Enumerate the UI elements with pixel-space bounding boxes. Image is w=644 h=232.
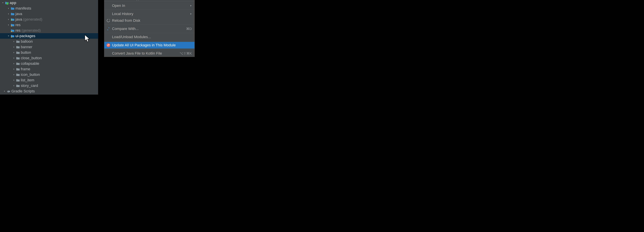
chevron-right-icon bbox=[190, 3, 192, 8]
tree-node-collapsable[interactable]: collapsable bbox=[0, 61, 98, 66]
folder-icon bbox=[16, 62, 20, 65]
tree-label: close_button bbox=[21, 56, 42, 60]
chevron-right-icon[interactable] bbox=[12, 52, 16, 54]
tree-node-ui-packages[interactable]: ui-packages bbox=[0, 33, 98, 39]
menu-label: Override File Type bbox=[112, 0, 142, 1]
svg-point-0 bbox=[6, 2, 8, 4]
menu-label: Reload from Disk bbox=[112, 18, 140, 23]
menu-item-open-in[interactable]: Open In bbox=[104, 2, 194, 9]
menu-item-compare-with[interactable]: Compare With... ⌘D bbox=[104, 25, 194, 32]
folder-icon bbox=[16, 79, 20, 82]
chevron-down-icon[interactable] bbox=[7, 35, 10, 37]
project-tree-panel: app manifests java java (generated) bbox=[0, 0, 98, 95]
folder-icon bbox=[16, 68, 20, 71]
tree-label-suffix: (generated) bbox=[23, 17, 42, 22]
folder-icon bbox=[16, 84, 20, 87]
chevron-right-icon[interactable] bbox=[12, 85, 16, 87]
resource-folder-icon bbox=[11, 34, 14, 37]
menu-separator bbox=[104, 1, 194, 2]
context-menu: Override File Type Open In Local History… bbox=[104, 0, 195, 57]
tree-label: app bbox=[10, 1, 16, 5]
tree-label: button bbox=[21, 50, 31, 55]
chevron-right-icon[interactable] bbox=[7, 7, 10, 9]
tree-node-java[interactable]: java bbox=[0, 11, 98, 16]
chevron-down-icon[interactable] bbox=[1, 2, 4, 4]
tree-node-button[interactable]: button bbox=[0, 50, 98, 55]
tree-label: story_card bbox=[21, 84, 38, 88]
chevron-right-icon[interactable] bbox=[7, 13, 10, 15]
menu-shortcut: ⌥⇧⌘K bbox=[180, 51, 192, 55]
menu-separator bbox=[104, 10, 194, 10]
menu-item-override-file-type[interactable]: Override File Type bbox=[104, 0, 194, 1]
svg-point-6 bbox=[106, 43, 110, 47]
chevron-right-icon[interactable] bbox=[12, 40, 16, 42]
tree-label: res bbox=[16, 23, 20, 27]
menu-label: Open In bbox=[112, 3, 125, 8]
folder-icon bbox=[16, 46, 20, 49]
tree-node-res[interactable]: res bbox=[0, 22, 98, 28]
menu-label: Compare With... bbox=[112, 27, 139, 31]
menu-item-reload-from-disk[interactable]: Reload from Disk bbox=[104, 17, 194, 24]
chevron-right-icon[interactable] bbox=[12, 68, 16, 70]
reload-icon bbox=[106, 18, 110, 23]
folder-icon bbox=[16, 40, 20, 43]
menu-label: Local History bbox=[112, 12, 133, 16]
chevron-right-icon[interactable] bbox=[12, 79, 16, 81]
resource-folder-icon bbox=[11, 29, 14, 32]
chevron-right-icon[interactable] bbox=[12, 57, 16, 59]
chevron-right-icon[interactable] bbox=[7, 24, 10, 26]
chevron-right-icon[interactable] bbox=[12, 46, 16, 48]
tree-node-frame[interactable]: frame bbox=[0, 66, 98, 72]
tree-node-app[interactable]: app bbox=[0, 0, 98, 5]
tree-node-gradle-scripts[interactable]: Gradle Scripts bbox=[0, 88, 98, 94]
tree-label: icon_button bbox=[21, 73, 40, 77]
folder-icon bbox=[16, 57, 20, 60]
tree-node-list-item[interactable]: list_item bbox=[0, 77, 98, 83]
compare-icon bbox=[106, 27, 110, 31]
tree-node-balloon[interactable]: balloon bbox=[0, 39, 98, 44]
chevron-right-icon[interactable] bbox=[7, 18, 10, 20]
gradle-icon bbox=[7, 90, 10, 93]
folder-icon bbox=[16, 51, 20, 54]
menu-item-local-history[interactable]: Local History bbox=[104, 10, 194, 17]
tree-label: Gradle Scripts bbox=[12, 89, 35, 93]
menu-separator bbox=[104, 49, 194, 49]
menu-item-update-ui-packages[interactable]: Update All UI Packages in This Module bbox=[104, 42, 194, 49]
svg-rect-4 bbox=[11, 37, 12, 37]
tree-label: manifests bbox=[16, 6, 31, 10]
menu-label: Update All UI Packages in This Module bbox=[112, 43, 176, 47]
tree-label-suffix: (generated) bbox=[22, 28, 41, 33]
resource-folder-icon bbox=[11, 23, 14, 26]
tree-node-icon-button[interactable]: icon_button bbox=[0, 72, 98, 77]
module-folder-icon bbox=[5, 1, 9, 4]
tree-node-close-button[interactable]: close_button bbox=[0, 55, 98, 61]
svg-rect-3 bbox=[11, 31, 12, 32]
tree-label: list_item bbox=[21, 78, 34, 82]
tree-label: balloon bbox=[21, 39, 33, 44]
tree-label: java bbox=[16, 12, 22, 16]
tree-label: res bbox=[16, 28, 20, 33]
tree-label: frame bbox=[21, 67, 30, 71]
folder-icon bbox=[11, 12, 14, 15]
chevron-right-icon[interactable] bbox=[12, 74, 16, 76]
folder-icon bbox=[16, 73, 20, 76]
tree-node-banner[interactable]: banner bbox=[0, 44, 98, 50]
chevron-right-icon[interactable] bbox=[3, 90, 6, 92]
chevron-right-icon[interactable] bbox=[12, 63, 16, 65]
tree-node-res-generated[interactable]: res (generated) bbox=[0, 28, 98, 33]
tree-node-story-card[interactable]: story_card bbox=[0, 83, 98, 88]
menu-item-load-unload-modules[interactable]: Load/Unload Modules... bbox=[104, 34, 194, 40]
tree-label: java bbox=[16, 17, 22, 22]
tree-label: collapsable bbox=[21, 61, 39, 66]
menu-separator bbox=[104, 41, 194, 41]
svg-point-1 bbox=[11, 19, 12, 21]
tree-node-java-generated[interactable]: java (generated) bbox=[0, 16, 98, 22]
relay-icon bbox=[106, 43, 110, 47]
folder-icon bbox=[11, 7, 14, 10]
menu-item-convert-java-to-kotlin[interactable]: Convert Java File to Kotlin File ⌥⇧⌘K bbox=[104, 50, 194, 57]
tree-node-manifests[interactable]: manifests bbox=[0, 5, 98, 11]
tree-label: banner bbox=[21, 45, 32, 49]
chevron-right-icon bbox=[190, 12, 192, 16]
svg-rect-2 bbox=[11, 26, 12, 26]
generated-folder-icon bbox=[11, 18, 14, 21]
